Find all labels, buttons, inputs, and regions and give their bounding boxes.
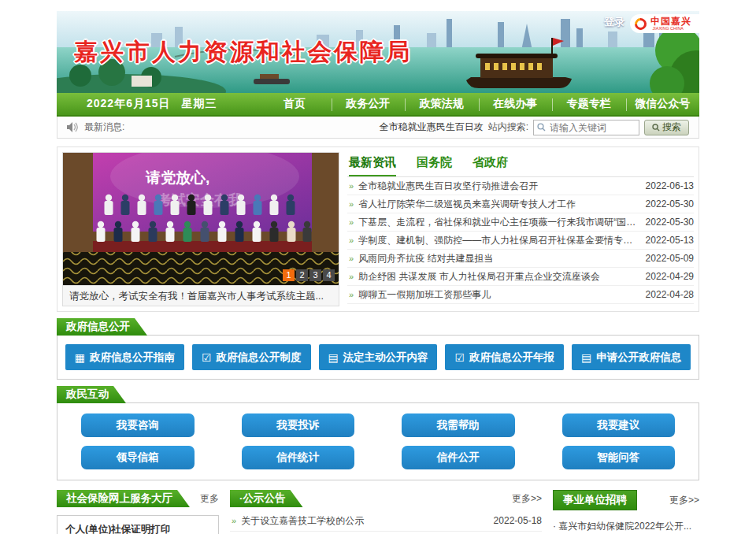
search-input[interactable] xyxy=(533,120,639,135)
nav-item[interactable]: 首页 xyxy=(258,93,332,115)
interaction-box: 我要咨询我要投诉我需帮助我要建议领导信箱信件统计信件公开智能问答 xyxy=(57,402,699,480)
carousel-page-button[interactable]: 4 xyxy=(323,269,335,281)
double-arrow-icon: » xyxy=(349,235,354,245)
carousel-page-button[interactable]: 1 xyxy=(283,269,295,281)
recruitment-panel: 事业单位招聘 更多>> 嘉兴市妇幼保健院2022年公开...2022年嘉兴市属事… xyxy=(553,490,699,534)
interaction-button[interactable]: 我需帮助 xyxy=(402,413,515,437)
nav-menu: 首页政务公开政策法规在线办事专题专栏微信公众号 xyxy=(258,93,699,115)
bottom-row: 社会保险网上服务大厅 更多 个人(单位)社保证明打印办事指南 ·公示公告 更多>… xyxy=(57,490,699,534)
announcements-list: » 关于设立嘉善技工学校的公示 2022-05-18 » 关于公布嘉兴市人力资源… xyxy=(230,510,542,534)
info-button-label: 政府信息公开指南 xyxy=(90,350,175,365)
news-tab[interactable]: 最新资讯 xyxy=(349,155,396,176)
news-row: » 风雨同舟齐抗疫 结对共建显担当 2022-05-09 xyxy=(347,250,694,268)
nav-item[interactable]: 政务公开 xyxy=(332,93,406,115)
search-button-label: 搜索 xyxy=(662,121,681,134)
news-title-link[interactable]: 聊聊五一假期加班工资那些事儿 xyxy=(358,288,637,302)
site-title: 嘉兴市人力资源和社会保障局 xyxy=(74,36,412,69)
news-title-link[interactable]: 省人社厅陈荣华二级巡视员来嘉兴调研专技人才工作 xyxy=(358,198,637,211)
page-container: 嘉兴市人力资源和社会保障局 登录 中国嘉兴 JIAXING CHINA 2022… xyxy=(57,11,699,534)
recruitment-list: 嘉兴市妇幼保健院2022年公开...2022年嘉兴市属事业单位公开...2022… xyxy=(553,517,699,534)
social-insurance-header: 社会保险网上服务大厅 xyxy=(57,490,190,507)
interaction-button[interactable]: 我要投诉 xyxy=(242,413,355,437)
news-tabs: 最新资讯国务院省政府 xyxy=(347,154,694,177)
info-button-label: 法定主动公开内容 xyxy=(343,350,428,365)
news-tab[interactable]: 国务院 xyxy=(417,155,452,176)
recruitment-header: 事业单位招聘 xyxy=(553,490,637,510)
interaction-button[interactable]: 智能问答 xyxy=(562,446,676,469)
interaction-ribbon: 政民互动 xyxy=(57,386,126,403)
nav-item[interactable]: 政策法规 xyxy=(405,93,479,115)
svg-text:考试安全有我: 考试安全有我 xyxy=(157,192,243,208)
recruitment-more-link[interactable]: 更多>> xyxy=(669,494,699,507)
search-button[interactable]: 搜索 xyxy=(644,120,689,135)
news-row: » 学制度、建机制、强防控——市人力社保局召开社保基金要情专题学习会 2022-… xyxy=(347,232,694,250)
document-icon: ☑ xyxy=(455,351,465,364)
news-title-link[interactable]: 助企纾困 共谋发展 市人力社保局召开重点企业交流座谈会 xyxy=(358,270,637,284)
nav-date: 2022年6月15日星期三 xyxy=(57,97,258,111)
double-arrow-icon: » xyxy=(349,217,354,227)
hot-keyword-link[interactable]: 全市稳就业惠民生百日攻 xyxy=(380,121,484,134)
recruitment-item-link[interactable]: 嘉兴市妇幼保健院2022年公开... xyxy=(553,517,699,534)
news-date: 2022-05-09 xyxy=(646,253,694,264)
news-panel: 最新资讯国务院省政府 » 全市稳就业惠民生百日攻坚行动推进会召开 2022-06… xyxy=(347,152,694,306)
main-nav: 2022年6月15日星期三 首页政务公开政策法规在线办事专题专栏微信公众号 xyxy=(57,93,699,117)
interaction-button[interactable]: 信件公开 xyxy=(402,446,515,469)
info-button-label: 政府信息公开年报 xyxy=(469,350,554,365)
news-date: 2022-05-30 xyxy=(646,198,694,210)
announcement-title-link[interactable]: 关于设立嘉善技工学校的公示 xyxy=(241,514,485,528)
double-arrow-icon: » xyxy=(349,272,354,281)
document-icon: ▦ xyxy=(75,351,85,364)
interaction-button[interactable]: 我要咨询 xyxy=(81,413,195,437)
news-date: 2022-06-13 xyxy=(646,180,694,191)
carousel-caption[interactable]: 请党放心，考试安全有我！首届嘉兴市人事考试系统主题... xyxy=(63,285,339,306)
interaction-button[interactable]: 我要建议 xyxy=(562,413,676,437)
carousel-page-button[interactable]: 3 xyxy=(309,269,321,281)
news-row: » 助企纾困 共谋发展 市人力社保局召开重点企业交流座谈会 2022-04-29 xyxy=(347,268,694,286)
interaction-button[interactable]: 领导信箱 xyxy=(81,446,195,469)
nav-item[interactable]: 微信公众号 xyxy=(626,93,700,115)
news-tab[interactable]: 省政府 xyxy=(472,155,508,176)
social-insurance-more-link[interactable]: 更多 xyxy=(200,492,219,506)
announcement-date: 2022-05-18 xyxy=(494,515,542,526)
group-photo-graphic: 请党放心, 考试安全有我 xyxy=(63,153,339,285)
search-icon xyxy=(537,123,546,132)
social-insurance-panel: 社会保险网上服务大厅 更多 个人(单位)社保证明打印办事指南 xyxy=(57,490,219,534)
news-date: 2022-05-13 xyxy=(646,235,694,246)
nav-item[interactable]: 在线办事 xyxy=(479,93,553,115)
news-title-link[interactable]: 下基层、走流程，省社保和就业中心主任项薇一行来我市调研“国统”上线情况 xyxy=(358,216,637,229)
ticker-label: 最新消息: xyxy=(84,121,124,134)
document-icon: ▤ xyxy=(581,351,591,364)
login-link[interactable]: 登录 xyxy=(604,15,624,29)
news-title-link[interactable]: 全市稳就业惠民生百日攻坚行动推进会召开 xyxy=(358,180,637,193)
news-ticker-bar: 最新消息: 全市稳就业惠民生百日攻 站内搜索: 搜索 xyxy=(57,117,699,139)
news-title-link[interactable]: 学制度、建机制、强防控——市人力社保局召开社保基金要情专题学习会 xyxy=(358,234,637,247)
info-button-label: 政府信息公开制度 xyxy=(216,350,301,365)
double-arrow-icon: » xyxy=(349,290,354,299)
carousel-page-button[interactable]: 2 xyxy=(296,269,308,281)
announcements-more-link[interactable]: 更多>> xyxy=(512,492,542,506)
carousel-image[interactable]: 请党放心, 考试安全有我 xyxy=(63,153,339,285)
interaction-button[interactable]: 信件统计 xyxy=(242,446,355,469)
double-arrow-icon: » xyxy=(232,516,236,525)
news-row: » 聊聊五一假期加班工资那些事儿 2022-04-28 xyxy=(347,286,694,304)
search-icon xyxy=(652,124,660,132)
logo-text-cn: 中国嘉兴 xyxy=(650,17,691,26)
news-date: 2022-04-28 xyxy=(646,289,694,300)
service-item-button[interactable]: 个人(单位)社保证明打印 xyxy=(57,515,219,534)
info-disclosure-button[interactable]: ☑ 政府信息公开制度 xyxy=(192,344,311,370)
jiaxing-logo[interactable]: 中国嘉兴 JIAXING CHINA xyxy=(630,14,699,33)
double-arrow-icon: » xyxy=(349,199,354,209)
news-list: » 全市稳就业惠民生百日攻坚行动推进会召开 2022-06-13 » 省人社厅陈… xyxy=(347,177,694,304)
info-disclosure-button[interactable]: ☑ 政府信息公开年报 xyxy=(445,344,564,370)
date-text: 2022年6月15日 xyxy=(87,97,171,109)
news-date: 2022-04-29 xyxy=(646,271,694,282)
info-disclosure-button[interactable]: ▤ 法定主动公开内容 xyxy=(319,344,438,370)
news-title-link[interactable]: 风雨同舟齐抗疫 结对共建显担当 xyxy=(358,252,637,265)
info-disclosure-button[interactable]: ▤ 申请公开政府信息 xyxy=(572,344,691,370)
nav-item[interactable]: 专题专栏 xyxy=(552,93,626,115)
info-button-label: 申请公开政府信息 xyxy=(596,350,681,365)
info-disclosure-button[interactable]: ▦ 政府信息公开指南 xyxy=(65,344,184,370)
social-insurance-list: 个人(单位)社保证明打印办事指南 xyxy=(57,515,219,534)
news-date: 2022-05-30 xyxy=(646,217,694,228)
double-arrow-icon: » xyxy=(349,181,354,191)
